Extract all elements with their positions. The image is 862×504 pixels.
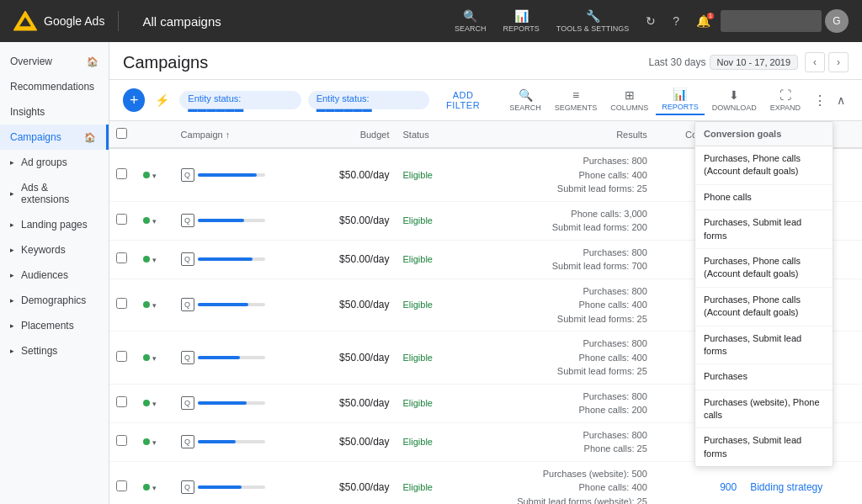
- row-checkbox[interactable]: [116, 252, 127, 263]
- row-checkbox-cell: [109, 461, 136, 504]
- campaign-type-icon: Q: [181, 435, 194, 448]
- row-expand-arrow[interactable]: ▾: [152, 301, 157, 310]
- help-icon-btn[interactable]: ?: [666, 11, 686, 31]
- row-results-cell: Purchases (website): 500Phone calls: 400…: [455, 461, 653, 504]
- sidebar-item-ads-extensions[interactable]: ▸ Ads & extensions: [0, 175, 109, 212]
- results-text: Purchases: 800Submit lead forms: 700: [462, 246, 646, 273]
- sidebar-item-placements[interactable]: ▸ Placements: [0, 313, 109, 338]
- avatar[interactable]: G: [825, 9, 849, 33]
- toolbar-segments-btn[interactable]: ≡ SEGMENTS: [549, 86, 604, 114]
- row-campaign-cell: Q: [174, 201, 309, 240]
- results-text: Purchases: 800Phone calls: 200: [462, 390, 646, 417]
- add-button[interactable]: +: [123, 88, 145, 112]
- sidebar-item-ad-groups[interactable]: ▸ Ad groups: [0, 150, 109, 175]
- campaign-bar: [198, 257, 253, 261]
- search-icon-btn[interactable]: 🔍 SEARCH: [448, 6, 493, 36]
- th-campaign[interactable]: Campaign ↑: [174, 121, 309, 148]
- status-badge: Eligible: [403, 215, 433, 225]
- campaign-type-icon: Q: [181, 214, 194, 227]
- popup-rows: Purchases, Phone calls (Account default …: [695, 146, 833, 466]
- row-checkbox[interactable]: [116, 214, 127, 225]
- row-campaign-cell: Q: [174, 148, 309, 201]
- campaign-cell-inner: Q: [181, 214, 302, 227]
- campaign-type-icon: Q: [181, 480, 194, 494]
- row-campaign-cell: Q: [174, 279, 309, 332]
- sidebar-item-audiences[interactable]: ▸ Audiences: [0, 263, 109, 288]
- sidebar-item-settings[interactable]: ▸ Settings: [0, 338, 109, 363]
- row-checkbox[interactable]: [116, 351, 127, 362]
- status-badge: Eligible: [403, 437, 433, 447]
- reports-icon-btn[interactable]: 📊 REPORTS: [497, 6, 546, 36]
- row-expand-arrow[interactable]: ▾: [152, 484, 157, 492]
- results-text: Purchases: 800Phone calls: 400Submit lea…: [462, 284, 646, 326]
- status-dot: [143, 172, 150, 178]
- row-budget-cell: $50.00/day: [309, 148, 396, 201]
- campaign-type-icon: Q: [181, 396, 194, 410]
- row-budget-cell: $50.00/day: [309, 332, 396, 385]
- sidebar-label-overview: Overview: [10, 56, 52, 67]
- row-checkbox[interactable]: [116, 168, 127, 179]
- sidebar-item-landing-pages[interactable]: ▸ Landing pages: [0, 212, 109, 237]
- row-budget-cell: $50.00/day: [309, 201, 396, 240]
- th-status[interactable]: Status: [396, 121, 456, 148]
- row-checkbox[interactable]: [116, 396, 127, 407]
- row-expand-arrow[interactable]: ▾: [152, 172, 157, 180]
- notification-badge: 1: [707, 13, 714, 19]
- row-expand-arrow[interactable]: ▾: [152, 438, 157, 447]
- row-status-cell: ▾: [136, 201, 174, 240]
- sidebar-item-overview[interactable]: Overview 🏠: [0, 49, 109, 74]
- notifications-icon-btn[interactable]: 🔔 1: [689, 11, 717, 31]
- tools-icon-btn[interactable]: 🔧 TOOLS & SETTINGS: [550, 6, 636, 37]
- row-checkbox[interactable]: [116, 480, 127, 491]
- overview-home-icon: 🏠: [87, 56, 98, 67]
- row-expand-arrow[interactable]: ▾: [152, 256, 157, 264]
- results-text: Purchases: 800Phone calls: 25: [462, 428, 646, 456]
- row-status-cell: ▾: [136, 332, 174, 385]
- row-checkbox[interactable]: [116, 435, 127, 446]
- row-expand-arrow[interactable]: ▾: [152, 400, 157, 408]
- th-results[interactable]: Results: [455, 121, 653, 148]
- toolbar-collapse-button[interactable]: ∧: [833, 90, 849, 110]
- row-status-cell: ▾: [136, 240, 174, 279]
- next-arrow-button[interactable]: ›: [828, 52, 849, 72]
- toolbar-more-button[interactable]: ⋮: [808, 89, 832, 112]
- th-status-dot: [136, 121, 174, 148]
- reports-icon: 📊: [514, 9, 529, 23]
- date-chip[interactable]: Nov 10 - 17, 2019: [710, 55, 798, 70]
- conversion-goals-popup: Conversion goals Purchases, Phone calls …: [694, 121, 833, 467]
- row-results-cell: Purchases: 800Phone calls: 400Submit lea…: [455, 279, 653, 332]
- row-checkbox[interactable]: [116, 298, 127, 309]
- row-checkbox-cell: [109, 384, 136, 422]
- toolbar-download-btn[interactable]: ⬇ DOWNLOAD: [706, 86, 763, 114]
- toolbar-search-icon: 🔍: [519, 88, 533, 102]
- filter-icon[interactable]: ⚡: [152, 90, 173, 110]
- sidebar-item-demographics[interactable]: ▸ Demographics: [0, 288, 109, 313]
- th-budget[interactable]: Budget: [309, 121, 396, 148]
- row-expand-arrow[interactable]: ▾: [152, 354, 157, 363]
- toolbar-columns-btn[interactable]: ⊞ COLUMNS: [604, 86, 654, 114]
- refresh-icon-btn[interactable]: ↻: [639, 11, 662, 31]
- sidebar-item-recommendations[interactable]: Recommendations: [0, 74, 109, 99]
- row-expand-arrow[interactable]: ▾: [152, 217, 157, 225]
- bidding-strategy-link[interactable]: Bidding strategy: [750, 481, 822, 493]
- all-campaigns-title: All campaigns: [129, 14, 221, 29]
- select-all-checkbox[interactable]: [116, 128, 127, 139]
- date-label: Last 30 days: [649, 56, 706, 68]
- popup-row: Purchases, Submit lead forms: [695, 428, 833, 466]
- filter-chip-1[interactable]: Entity status: ▬▬▬▬▬▬: [179, 91, 301, 109]
- toolbar-expand-btn[interactable]: ⛶ EXPAND: [764, 86, 806, 114]
- sidebar-item-campaigns[interactable]: Campaigns 🏠: [0, 125, 109, 150]
- prev-arrow-button[interactable]: ‹: [805, 52, 825, 72]
- toolbar-expand-icon: ⛶: [780, 88, 791, 102]
- chevron-right-icon-8: ▸: [10, 347, 14, 355]
- sidebar-item-insights[interactable]: Insights: [0, 99, 109, 125]
- campaign-bar-container: [198, 440, 265, 443]
- nav-arrows: ‹ ›: [805, 52, 849, 72]
- toolbar-reports-btn[interactable]: 📊 REPORTS: [656, 85, 704, 115]
- toolbar-search-btn[interactable]: 🔍 SEARCH: [503, 86, 547, 114]
- sidebar-label-campaigns: Campaigns: [10, 131, 61, 143]
- sidebar-item-keywords[interactable]: ▸ Keywords: [0, 237, 109, 263]
- add-filter-button[interactable]: ADD FILTER: [436, 90, 490, 110]
- campaigns-home-icon: 🏠: [84, 132, 96, 143]
- filter-chip-2[interactable]: Entity status: ▬▬▬▬▬▬: [308, 91, 429, 109]
